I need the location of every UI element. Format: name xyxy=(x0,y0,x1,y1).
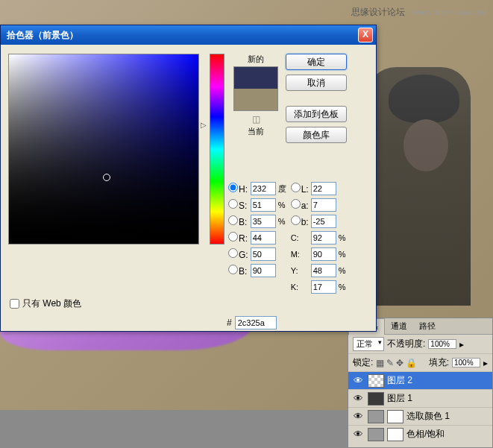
preview-current-color[interactable] xyxy=(234,89,277,110)
layer-thumb[interactable] xyxy=(368,392,384,406)
photo-person xyxy=(366,67,471,306)
color-picker-cursor[interactable] xyxy=(103,174,110,181)
a-input[interactable] xyxy=(311,198,336,212)
l-radio[interactable] xyxy=(291,183,301,192)
hue-marker-icon[interactable]: ▷ xyxy=(201,121,207,129)
hex-label: # xyxy=(227,318,232,328)
close-button[interactable]: X xyxy=(358,28,373,42)
l-input[interactable] xyxy=(311,182,336,195)
mask-thumb[interactable] xyxy=(387,428,403,441)
blend-opacity-row: 正常 不透明度: ▸ xyxy=(348,335,492,354)
tab-channels[interactable]: 通道 xyxy=(385,318,413,334)
tab-paths[interactable]: 路径 xyxy=(413,318,442,334)
opacity-label: 不透明度: xyxy=(387,338,425,350)
lock-fill-row: 锁定: ▦ ✎ ✥ 🔒 填充: ▸ xyxy=(348,354,492,372)
lock-pixels-icon[interactable]: ✎ xyxy=(386,358,394,368)
layers-panel: 图层× 通道 路径 正常 不透明度: ▸ 锁定: ▦ ✎ ✥ 🔒 填充: ▸ 👁… xyxy=(348,318,493,448)
m-input[interactable] xyxy=(311,247,336,261)
blend-mode-dropdown[interactable]: 正常 xyxy=(353,337,384,351)
titlebar[interactable]: 拾色器（前景色） X xyxy=(1,25,376,45)
g-radio[interactable] xyxy=(228,248,238,258)
b-rgb-radio[interactable] xyxy=(228,265,238,274)
a-radio[interactable] xyxy=(291,199,301,209)
b-lab-label[interactable]: b: xyxy=(291,215,309,227)
color-picker-dialog: 拾色器（前景色） X ▷ 新的 ◫ 当前 确定 取消 添加到色板 颜色库 xyxy=(0,25,377,332)
layer-name: 图层 1 xyxy=(387,392,412,405)
layer-thumb[interactable] xyxy=(368,374,384,388)
b-hsb-input[interactable] xyxy=(251,215,276,228)
layer-item[interactable]: 👁 选取颜色 1 xyxy=(348,408,492,426)
c-input[interactable] xyxy=(311,231,336,244)
hex-row: # xyxy=(227,316,277,329)
hue-slider[interactable] xyxy=(210,54,224,244)
layer-item[interactable]: 👁 色相/饱和 xyxy=(348,426,492,443)
cancel-button[interactable]: 取消 xyxy=(286,75,347,91)
fill-input[interactable] xyxy=(452,358,480,367)
chevron-right-icon[interactable]: ▸ xyxy=(459,339,464,350)
layer-name: 图层 2 xyxy=(387,374,412,387)
opacity-input[interactable] xyxy=(428,339,456,349)
b-lab-radio[interactable] xyxy=(291,215,301,225)
eye-icon[interactable]: 👁 xyxy=(351,411,365,422)
preview-current-label: 当前 xyxy=(248,126,264,137)
s-input[interactable] xyxy=(251,198,276,212)
adjustment-icon[interactable] xyxy=(368,410,384,423)
add-swatch-button[interactable]: 添加到色板 xyxy=(286,106,347,122)
layer-item[interactable]: 👁 图层 1 xyxy=(348,390,492,408)
cube-icon[interactable]: ◫ xyxy=(252,114,260,124)
b-rgb-input[interactable] xyxy=(251,264,276,277)
g-input[interactable] xyxy=(251,247,276,261)
mask-thumb[interactable] xyxy=(387,410,403,423)
r-radio[interactable] xyxy=(228,232,238,242)
b-lab-input[interactable] xyxy=(311,215,336,228)
g-label[interactable]: G: xyxy=(228,248,248,260)
lock-transparent-icon[interactable]: ▦ xyxy=(376,358,384,368)
b-rgb-label[interactable]: B: xyxy=(228,265,248,277)
watermark-url: WWW.MISSYUAN.COM xyxy=(412,9,486,16)
hue-marker-col: ▷ xyxy=(199,54,208,244)
r-label[interactable]: R: xyxy=(228,232,248,244)
color-preview xyxy=(233,66,278,111)
b-hsb-radio[interactable] xyxy=(228,215,238,225)
r-input[interactable] xyxy=(251,231,276,244)
layer-name: 色相/饱和 xyxy=(406,428,445,441)
h-radio[interactable] xyxy=(228,183,238,192)
watermark: 思缘设计论坛 WWW.MISSYUAN.COM xyxy=(351,6,486,19)
l-label[interactable]: L: xyxy=(291,183,309,195)
watermark-text: 思缘设计论坛 xyxy=(351,7,405,17)
h-label[interactable]: H: xyxy=(228,183,248,195)
s-radio[interactable] xyxy=(228,199,238,209)
preview-new-label: 新的 xyxy=(248,54,264,65)
adjustment-icon[interactable] xyxy=(368,428,384,441)
web-only-checkbox[interactable]: 只有 Web 颜色 xyxy=(10,297,81,310)
ok-button[interactable]: 确定 xyxy=(286,54,347,70)
k-input[interactable] xyxy=(311,280,336,294)
lock-position-icon[interactable]: ✥ xyxy=(396,358,403,368)
k-label: K: xyxy=(291,283,309,291)
eye-icon[interactable]: 👁 xyxy=(351,393,365,404)
fill-label: 填充: xyxy=(429,356,449,369)
preview-new-color xyxy=(234,67,277,89)
chevron-right-icon[interactable]: ▸ xyxy=(483,358,488,368)
lock-label: 锁定: xyxy=(353,356,373,369)
web-only-input[interactable] xyxy=(10,299,19,309)
eye-icon[interactable]: 👁 xyxy=(351,429,365,440)
m-label: M: xyxy=(291,250,309,259)
h-input[interactable] xyxy=(251,182,276,195)
dialog-title: 拾色器（前景色） xyxy=(7,29,78,42)
b-hsb-label[interactable]: B: xyxy=(228,215,248,227)
y-input[interactable] xyxy=(311,264,336,277)
layer-list: 👁 图层 2 👁 图层 1 👁 选取颜色 1 👁 色相/饱和 xyxy=(348,372,492,443)
eye-icon[interactable]: 👁 xyxy=(351,375,365,386)
layer-name: 选取颜色 1 xyxy=(406,410,450,423)
s-label[interactable]: S: xyxy=(228,199,248,211)
c-label: C: xyxy=(291,233,309,242)
hex-input[interactable] xyxy=(235,316,277,329)
lock-icons: ▦ ✎ ✥ 🔒 xyxy=(376,358,417,368)
layer-item[interactable]: 👁 图层 2 xyxy=(348,372,492,390)
color-field-gradient xyxy=(9,54,198,244)
color-lib-button[interactable]: 颜色库 xyxy=(286,127,347,143)
lock-all-icon[interactable]: 🔒 xyxy=(406,358,417,368)
color-field[interactable] xyxy=(8,54,199,244)
a-label[interactable]: a: xyxy=(291,199,309,211)
